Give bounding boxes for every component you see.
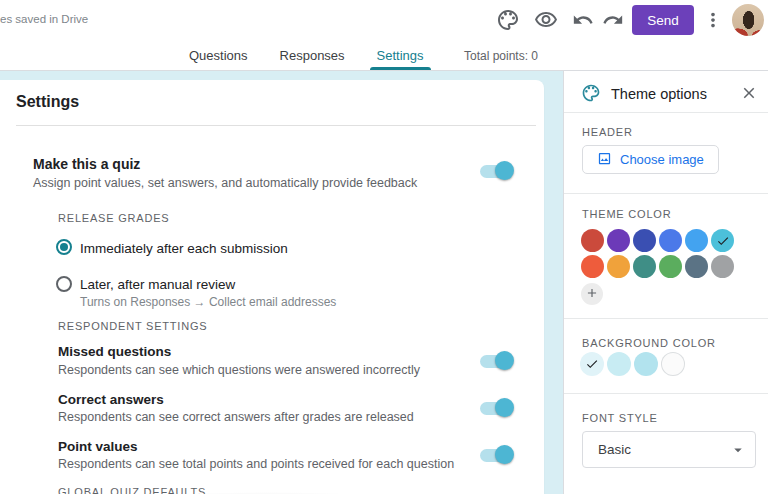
- missed-questions-description: Respondents can see which questions were…: [58, 363, 420, 377]
- release-grades-label: RELEASE GRADES: [58, 212, 169, 224]
- redo-button[interactable]: [602, 9, 624, 31]
- theme-color-swatch[interactable]: [633, 229, 656, 252]
- point-values-toggle[interactable]: [480, 445, 514, 465]
- redo-icon: [602, 9, 624, 31]
- font-style-label: FONT STYLE: [582, 412, 658, 424]
- correct-answers-title: Correct answers: [58, 392, 164, 407]
- radio-later[interactable]: [56, 276, 72, 292]
- radio-immediately[interactable]: [56, 239, 72, 255]
- background-color-swatch[interactable]: [661, 352, 685, 376]
- account-avatar[interactable]: [732, 4, 764, 36]
- send-button[interactable]: Send: [632, 5, 694, 35]
- correct-answers-description: Respondents can see correct answers afte…: [58, 410, 414, 424]
- toggle-thumb: [495, 351, 514, 370]
- theme-color-label: THEME COLOR: [582, 208, 671, 220]
- close-panel-button[interactable]: [739, 83, 759, 103]
- google-forms-settings-page: es saved in Drive Send: [0, 0, 768, 494]
- quiz-toggle-switch[interactable]: [480, 161, 514, 181]
- toggle-thumb: [495, 161, 514, 180]
- customize-theme-button[interactable]: [496, 8, 520, 32]
- plus-icon: [585, 286, 599, 303]
- settings-card: Settings Make this a quiz Assign point v…: [0, 80, 544, 494]
- point-values-description: Respondents can see total points and poi…: [58, 457, 454, 471]
- content-area: Settings Make this a quiz Assign point v…: [0, 71, 768, 494]
- total-points-text: Total points: 0: [464, 49, 538, 63]
- correct-answers-toggle[interactable]: [480, 398, 514, 418]
- choose-image-button[interactable]: Choose image: [582, 145, 719, 174]
- toggle-thumb: [495, 398, 514, 417]
- theme-color-swatch[interactable]: [581, 255, 604, 278]
- radio-immediately-label[interactable]: Immediately after each submission: [80, 241, 288, 256]
- missed-questions-toggle[interactable]: [480, 351, 514, 371]
- divider: [564, 393, 768, 394]
- respondent-settings-label: RESPONDENT SETTINGS: [58, 320, 207, 332]
- form-tab-bar: Questions Responses Settings Total point…: [0, 40, 768, 71]
- check-icon: [585, 357, 599, 371]
- background-color-swatch[interactable]: [634, 352, 658, 376]
- background-color-label: BACKGROUND COLOR: [582, 337, 716, 349]
- theme-color-swatch[interactable]: [685, 229, 708, 252]
- divider: [564, 318, 768, 319]
- background-color-swatch[interactable]: [580, 352, 604, 376]
- check-icon: [716, 234, 730, 248]
- theme-color-swatches: [581, 229, 737, 278]
- theme-color-swatch[interactable]: [685, 255, 708, 278]
- theme-color-swatch[interactable]: [659, 229, 682, 252]
- theme-color-swatch[interactable]: [581, 229, 604, 252]
- theme-color-swatch[interactable]: [607, 229, 630, 252]
- top-bar: es saved in Drive Send: [0, 0, 768, 40]
- tab-settings[interactable]: Settings: [370, 40, 431, 70]
- divider: [564, 112, 768, 113]
- choose-image-label: Choose image: [620, 152, 704, 167]
- point-values-title: Point values: [58, 439, 138, 454]
- panel-title: Theme options: [611, 86, 707, 102]
- missed-questions-title: Missed questions: [58, 344, 171, 359]
- toggle-thumb: [495, 445, 514, 464]
- background-color-swatch[interactable]: [607, 352, 631, 376]
- radio-later-label[interactable]: Later, after manual review: [80, 277, 235, 292]
- kebab-menu-icon: [702, 9, 724, 31]
- divider: [16, 125, 536, 126]
- theme-color-swatch[interactable]: [633, 255, 656, 278]
- chevron-down-icon: [729, 441, 747, 459]
- close-icon: [740, 84, 758, 102]
- tab-responses[interactable]: Responses: [273, 40, 352, 70]
- quiz-toggle-description: Assign point values, set answers, and au…: [33, 176, 417, 190]
- background-color-swatches: [580, 352, 710, 376]
- undo-button[interactable]: [572, 9, 594, 31]
- tab-questions[interactable]: Questions: [182, 40, 255, 70]
- font-style-dropdown[interactable]: Basic: [582, 431, 756, 468]
- header-section-label: HEADER: [582, 126, 633, 138]
- theme-color-swatch[interactable]: [711, 255, 734, 278]
- font-style-value: Basic: [598, 442, 631, 457]
- preview-button[interactable]: [534, 8, 558, 32]
- eye-icon: [534, 8, 558, 32]
- palette-icon: [496, 8, 520, 32]
- theme-options-panel: Theme options HEADER Choose image THEME …: [563, 71, 768, 494]
- divider: [564, 193, 768, 194]
- undo-icon: [572, 9, 594, 31]
- palette-icon: [581, 83, 601, 103]
- global-quiz-defaults-label: GLOBAL QUIZ DEFAULTS: [58, 486, 206, 494]
- quiz-toggle-title: Make this a quiz: [33, 156, 140, 172]
- theme-color-swatch[interactable]: [607, 255, 630, 278]
- add-custom-color-button[interactable]: [581, 283, 603, 305]
- more-options-button[interactable]: [702, 9, 724, 31]
- tabs: Questions Responses Settings: [182, 40, 431, 70]
- save-status-text: es saved in Drive: [0, 13, 88, 25]
- image-icon: [597, 151, 612, 169]
- page-title: Settings: [16, 93, 79, 111]
- theme-color-swatch[interactable]: [659, 255, 682, 278]
- theme-color-swatch[interactable]: [711, 229, 734, 252]
- radio-later-description: Turns on Responses → Collect email addre…: [80, 295, 336, 309]
